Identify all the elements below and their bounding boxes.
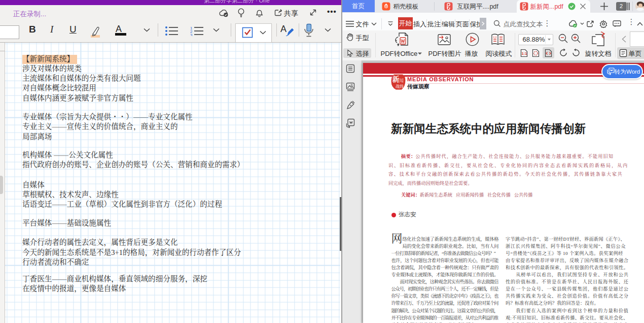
svg-text:闻: 闻 [399,77,404,84]
svg-text:1:1: 1:1 [521,51,527,56]
svg-text:战线: 战线 [396,83,404,89]
svg-text:新: 新 [392,74,400,84]
